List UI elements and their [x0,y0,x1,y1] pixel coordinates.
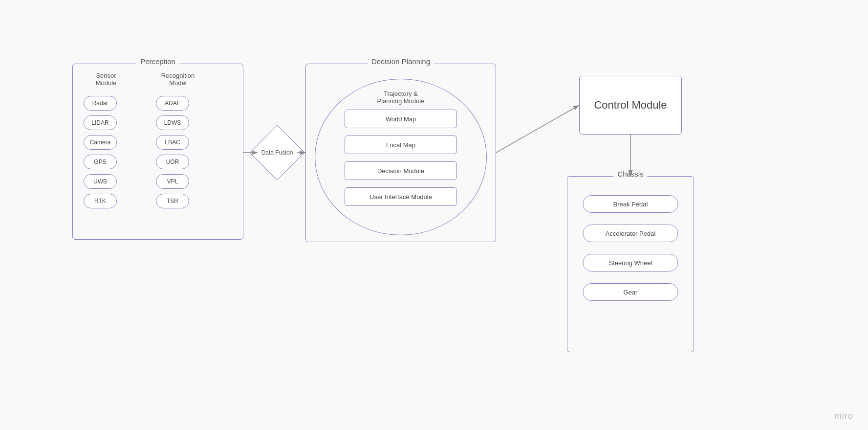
local-map-btn[interactable]: Local Map [345,136,457,154]
chassis-title: Chassis [613,170,647,178]
trajectory-planning-title: Trajectory &Planning Module [377,90,425,105]
pill-gps: GPS [84,155,117,169]
pill-tsr: TSR [156,194,189,208]
trajectory-planning-circle: Trajectory &Planning Module World Map Lo… [315,79,487,235]
sensor-module-header: SensorModule [87,72,126,87]
control-module-title: Control Module [594,99,667,112]
decision-planning-box: Decision Planning Trajectory &Planning M… [305,64,496,242]
perception-title: Perception [136,57,179,66]
perception-box: Perception SensorModule RecognitionModel… [72,64,243,240]
diamond-shape [249,125,304,180]
ui-module-btn[interactable]: User Interface Module [345,187,457,206]
control-module-box: Control Module [579,76,682,135]
pill-ldws: LDWS [156,115,189,130]
pill-camera: Camera [84,135,117,150]
pill-radar: Radar [84,96,117,111]
chassis-pill-accelerator[interactable]: Accelerator Pedal [583,225,678,242]
pill-vpl: VPL [156,174,189,189]
pill-rtk: RTK [84,194,117,208]
chassis-pill-gear[interactable]: Gear [583,283,678,301]
data-fusion-diamond: Data Fusion [258,133,297,172]
pill-uwb: UWB [84,174,117,189]
chassis-pill-steering[interactable]: Steering Wheel [583,254,678,272]
decision-planning-title: Decision Planning [368,57,434,66]
decision-module-btn[interactable]: Decision Module [345,161,457,180]
miro-watermark: miro [834,411,853,421]
chassis-pill-break[interactable]: Break Pedal [583,195,678,213]
world-map-btn[interactable]: World Map [345,110,457,128]
chassis-box: Chassis Break Pedal Accelerator Pedal St… [567,176,694,352]
recognition-model-header: RecognitionModel [153,72,202,87]
pill-lidar: LIDAR [84,115,117,130]
pill-lbac: LBAC [156,135,189,150]
pill-adaf: ADAF [156,96,189,111]
pill-uor: UOR [156,155,189,169]
arrow-dp-control [496,105,579,153]
canvas: Perception SensorModule RecognitionModel… [0,0,868,430]
